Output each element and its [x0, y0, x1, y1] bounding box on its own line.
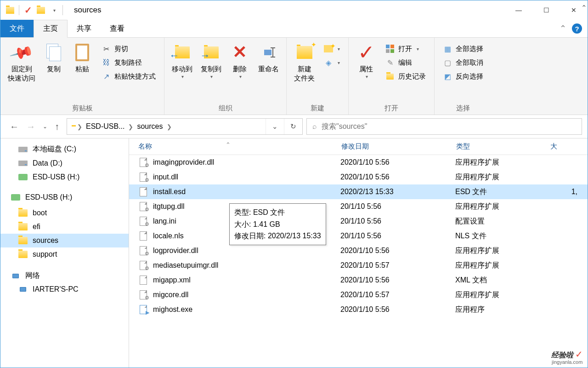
invert-selection-button[interactable]: ◩反向选择 [439, 70, 487, 83]
nav-boot[interactable]: boot [0, 206, 129, 220]
column-size[interactable]: 大 [545, 138, 588, 155]
nav-sources[interactable]: sources [0, 234, 129, 247]
properties-button[interactable]: ✓ 属性▾ [353, 40, 379, 80]
file-icon: ▶ [138, 305, 148, 315]
file-name: input.dll [153, 173, 178, 181]
file-row[interactable]: install.esd2020/2/13 15:33ESD 文件1, [129, 184, 588, 199]
nav-h-drive-2[interactable]: ESD-USB (H:) [0, 190, 129, 204]
file-icon: ⚙ [138, 201, 148, 212]
cut-button[interactable]: ✂剪切 [98, 42, 159, 55]
file-type: 应用程序扩展 [455, 246, 549, 256]
back-button[interactable]: ← [10, 121, 19, 132]
file-date: 20/1/10 5:56 [340, 232, 455, 240]
file-row[interactable]: ⚙input.dll2020/1/10 5:56应用程序扩展 [129, 170, 588, 184]
file-name: mighost.exe [153, 305, 192, 314]
copy-button[interactable]: 复制 [41, 40, 67, 74]
group-select: ▦全部选择 ▢全部取消 ◩反向选择 选择 [435, 38, 492, 115]
file-row[interactable]: ⚙logprovider.dll2020/1/10 5:56应用程序扩展 [129, 243, 588, 258]
column-type[interactable]: 类型 [451, 138, 545, 155]
new-folder-button[interactable]: ✦ 新建 文件夹 [291, 40, 317, 82]
group-open: ✓ 属性▾ 打开▾ ✎编辑 历史记录 打开 [349, 38, 435, 115]
drive-icon [18, 159, 28, 168]
network-icon [11, 272, 21, 280]
usb-icon [18, 172, 28, 182]
nav-network[interactable]: 网络 [0, 269, 129, 283]
file-row[interactable]: ⚙lang.ini20/1/10 5:56配置设置 [129, 214, 588, 229]
file-row[interactable]: ⚙mediasetupuimgr.dll2020/1/10 5:57应用程序扩展 [129, 258, 588, 273]
delete-button[interactable]: ✕ 删除▾ [227, 40, 253, 80]
refresh-button[interactable]: ↻ [284, 119, 302, 134]
tab-share[interactable]: 共享 [68, 20, 101, 37]
maximize-button[interactable]: ☐ [532, 0, 560, 20]
file-icon: ⚙ [138, 172, 148, 182]
edit-button[interactable]: ✎编辑 [382, 56, 430, 69]
file-row[interactable]: ⚙imagingprovider.dll2020/1/10 5:56应用程序扩展 [129, 155, 588, 170]
address-dropdown-icon[interactable]: ⌄ [266, 119, 284, 134]
paste-button[interactable]: 粘贴 [69, 40, 95, 74]
file-icon [138, 187, 148, 197]
select-none-button[interactable]: ▢全部取消 [439, 56, 487, 69]
nav-support[interactable]: support [0, 247, 129, 261]
address-bar[interactable]: ❯ ESD-USB... ❯ sources ❯ ⌄ ↻ [67, 118, 303, 135]
file-row[interactable]: migapp.xml2020/1/10 5:56XML 文档 [129, 273, 588, 288]
tab-view[interactable]: 查看 [101, 20, 134, 37]
file-date: 2020/1/10 5:56 [340, 276, 455, 284]
nav-efi[interactable]: efi [0, 220, 129, 234]
file-row[interactable]: ⚙itgtupg.dll20/1/10 5:56应用程序扩展 [129, 199, 588, 214]
recent-dropdown[interactable]: ⌄ [43, 123, 47, 130]
nav-c-drive[interactable]: 本地磁盘 (C:) [0, 142, 129, 156]
open-button[interactable]: 打开▾ [382, 42, 430, 55]
column-name[interactable]: 名称 [129, 138, 336, 155]
nav-pc[interactable]: IARTER'S-PC [0, 283, 129, 296]
file-date: 2020/1/10 5:57 [340, 291, 455, 299]
qat-check-icon[interactable]: ✓ [22, 4, 34, 16]
search-box[interactable]: ⌕ [306, 118, 582, 135]
tab-home[interactable]: 主页 [34, 20, 68, 38]
breadcrumb-folder[interactable]: sources [134, 122, 165, 131]
history-button[interactable]: 历史记录 [382, 70, 430, 83]
pin-to-quick-access-button[interactable]: 📌 固定到 快速访问 [5, 40, 38, 82]
select-all-button[interactable]: ▦全部选择 [439, 42, 487, 55]
watermark: 经验啦 ✓ jingyanla.com [551, 349, 583, 365]
help-icon[interactable]: ? [572, 23, 582, 34]
file-date: 2020/1/10 5:56 [340, 305, 455, 314]
nav-d-drive[interactable]: Data (D:) [0, 156, 129, 170]
qat-dropdown-icon[interactable]: ▾ [48, 4, 60, 16]
file-row[interactable]: locale.nls20/1/10 5:56NLS 文件 [129, 229, 588, 243]
file-row[interactable]: ▶mighost.exe2020/1/10 5:56应用程序 [129, 302, 588, 317]
folder-icon [18, 236, 28, 245]
up-button[interactable]: ↑ [55, 121, 59, 132]
search-input[interactable] [322, 122, 576, 131]
chevron-right-icon[interactable]: ❯ [127, 123, 134, 130]
tab-file[interactable]: 文件 [0, 20, 34, 37]
minimize-button[interactable]: — [505, 0, 532, 20]
invert-icon: ◩ [443, 72, 452, 81]
file-date: 20/1/10 5:56 [340, 202, 455, 211]
scissors-icon: ✂ [102, 44, 111, 53]
file-row[interactable]: ⚙migcore.dll2020/1/10 5:57应用程序扩展 [129, 288, 588, 302]
computer-icon [18, 285, 28, 293]
new-item-icon: ✦ [324, 44, 333, 53]
file-list[interactable]: ⚙imagingprovider.dll2020/1/10 5:56应用程序扩展… [129, 155, 588, 368]
collapse-ribbon-icon[interactable]: ⌃ [560, 23, 566, 34]
forward-button[interactable]: → [26, 121, 35, 132]
qat-folder-icon[interactable] [35, 4, 47, 16]
column-date[interactable]: 修改日期 [336, 138, 451, 155]
paste-shortcut-button[interactable]: ↗粘贴快捷方式 [98, 70, 159, 83]
usb-icon [11, 193, 21, 202]
chevron-right-icon[interactable]: ❯ [76, 123, 83, 130]
new-item-button[interactable]: ✦▾ [320, 42, 344, 55]
copy-to-button[interactable]: → 复制到▾ [198, 40, 224, 80]
nav-h-drive-1[interactable]: ESD-USB (H:) [0, 170, 129, 184]
breadcrumb-drive[interactable]: ESD-USB... [83, 122, 127, 131]
chevron-right-icon[interactable]: ❯ [166, 123, 173, 130]
copy-path-button[interactable]: ⛓复制路径 [98, 56, 159, 69]
rename-button[interactable]: 重命名 [255, 40, 282, 74]
file-type: 应用程序扩展 [455, 290, 549, 300]
history-icon [385, 72, 395, 81]
file-header: 名称 修改日期 类型 大 [129, 138, 588, 155]
nav-pane[interactable]: ⌃ 本地磁盘 (C:) Data (D:) ESD-USB (H:) ESD-U… [0, 138, 129, 368]
easy-access-button[interactable]: ◈▾ [320, 56, 344, 69]
move-to-button[interactable]: ← 移动到▾ [169, 40, 195, 80]
file-date: 2020/1/10 5:56 [340, 158, 455, 167]
